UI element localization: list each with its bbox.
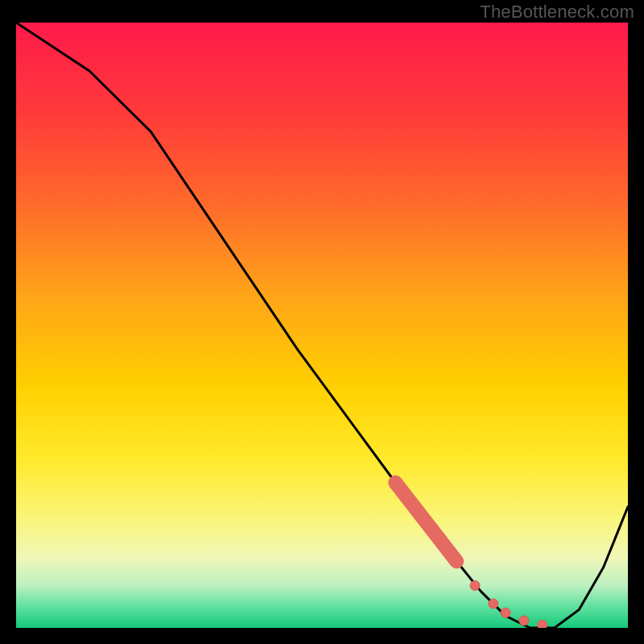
highlight-dot [501,608,510,617]
highlight-dot [519,616,529,625]
highlight-dot [489,599,498,609]
chart-frame: TheBottleneck.com [0,0,644,644]
bottleneck-chart [16,23,628,628]
highlight-dot [538,620,547,628]
gradient-background [16,23,628,628]
highlight-dot [470,580,480,590]
watermark-text: TheBottleneck.com [480,2,634,23]
plot-area [16,23,628,628]
